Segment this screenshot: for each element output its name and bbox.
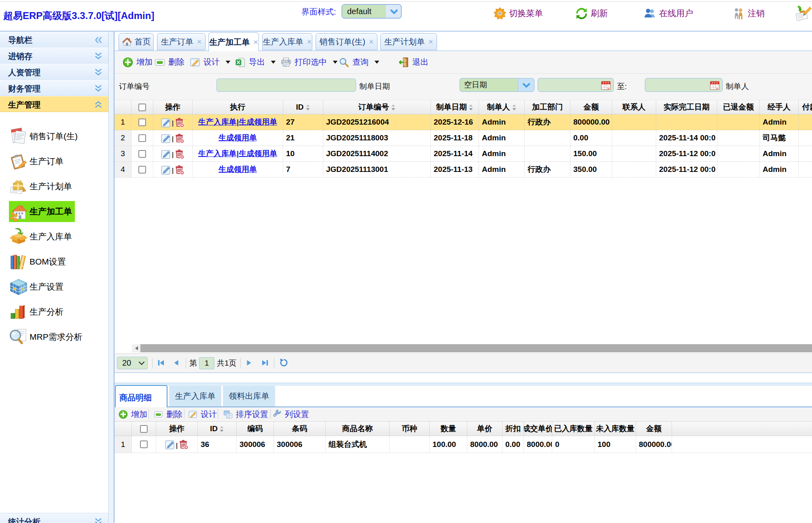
column-header-数量[interactable]: 数量 [430,422,467,436]
column-header-执行[interactable]: 执行 [193,100,283,114]
删除-button[interactable]: 删除 [155,51,184,73]
table-row[interactable]: 3|生产入库单|生成领用单10JGD202511140022025-11-14A… [114,146,812,162]
sidebar-item-生产加工单[interactable]: 生产加工单 [0,199,108,224]
layout-splitter[interactable] [109,32,114,523]
sidebar-title-bar[interactable]: 导航栏 [0,32,108,48]
column-header-条码[interactable]: 条码 [274,422,326,436]
last-page-button[interactable] [261,358,269,367]
column-header-操作[interactable]: 操作 [153,100,193,114]
tab-close-icon[interactable]: × [307,37,312,47]
scrollbar-thumb[interactable] [140,344,812,352]
prev-page-button[interactable] [172,358,180,367]
column-header-金额[interactable]: 金额 [636,422,672,436]
dropdown-caret-icon[interactable] [225,60,231,64]
sidebar-item-生产订单[interactable]: 生产订单 [0,149,108,174]
增加-button[interactable]: 增加 [119,407,147,421]
tab-close-icon[interactable]: × [428,37,433,47]
sidebar-item-生产入库单[interactable]: 生产入库单 [0,224,108,249]
link-生产入库单[interactable]: 生产入库单 [198,117,237,127]
chev-double-down[interactable] [94,84,103,93]
column-header-已入库数量[interactable]: 已入库数量 [552,422,595,436]
date-to-input[interactable] [645,78,723,92]
tab-生产加工单[interactable]: 生产加工单× [208,32,259,51]
tab-首页[interactable]: 首页 [119,33,154,50]
设计-button[interactable]: 设计 [190,51,231,73]
header-menu-刷新[interactable]: 刷新 [575,6,608,21]
calendar-icon[interactable] [709,80,720,91]
trash-cell-icon[interactable] [174,133,185,144]
select-all-checkbox[interactable] [138,104,146,111]
排序设置-button[interactable]: 排序设置 [223,407,268,421]
sidebar-section-人资管理[interactable]: 人资管理 [0,64,108,80]
edit-cell-icon[interactable] [165,439,176,450]
edit-cell-icon[interactable] [161,133,172,144]
sort-icon[interactable] [305,104,310,111]
column-header-联系人[interactable]: 联系人 [612,100,656,114]
page-size-select[interactable]: 20 [117,357,148,369]
sidebar-section-进销存[interactable]: 进销存 [0,48,108,64]
退出-button[interactable]: 退出 [399,51,428,73]
select-all-checkbox[interactable] [140,425,148,433]
column-header-操作[interactable]: 操作 [156,422,198,436]
column-header-成交单价[interactable]: 成交单价 [524,422,552,436]
sidebar-section-统计分析[interactable]: 统计分析 [0,513,108,523]
row-checkbox[interactable] [138,119,146,126]
chev-double-down[interactable] [94,52,103,61]
horizontal-scrollbar[interactable] [114,344,812,353]
row-checkbox[interactable] [138,166,146,174]
column-header-商品名称[interactable]: 商品名称 [326,422,390,436]
column-header-ID[interactable]: ID [198,422,237,436]
sort-icon[interactable] [219,426,224,432]
header-menu-在线用户[interactable]: 在线用户 [644,6,693,21]
link-生产入库单[interactable]: 生产入库单 [198,148,237,159]
column-header-折扣[interactable]: 折扣 [502,422,524,436]
link-生成领用单[interactable]: 生成领用单 [239,117,277,127]
header-menu-注销[interactable]: 注销 [732,6,765,21]
trash-cell-icon[interactable] [174,164,185,175]
first-page-button[interactable] [157,358,165,367]
scroll-left-button[interactable] [132,344,140,352]
tab-close-icon[interactable]: × [369,37,374,47]
select-all-header[interactable] [131,100,153,114]
column-header-制单人[interactable]: 制单人 [479,100,525,114]
edit-cell-icon[interactable] [161,117,172,128]
column-header-ID[interactable]: ID [283,100,323,114]
tab-close-icon[interactable]: × [253,38,258,47]
row-checkbox[interactable] [138,134,146,142]
tab-生产订单[interactable]: 生产订单× [157,33,206,50]
column-header-制单日期[interactable]: 制单日期 [431,100,479,114]
chev-double-down[interactable] [94,517,103,523]
sidebar-item-MRP需求分析[interactable]: MRP需求分析 [0,324,108,349]
dropdown-caret-icon[interactable] [333,60,338,64]
tab-close-icon[interactable]: × [197,37,202,47]
chev-double-down[interactable] [94,68,103,77]
tab-生产计划单[interactable]: 生产计划单× [380,33,437,50]
column-header-未入库数量[interactable]: 未入库数量 [595,422,636,436]
column-header-币种[interactable]: 币种 [390,422,430,436]
sidebar-item-销售订单(生)[interactable]: 销售订单(生) [0,124,108,149]
select-all-header[interactable] [132,422,156,436]
column-header-已退金额[interactable]: 已退金额 [717,100,760,114]
next-page-button[interactable] [245,358,253,367]
tab-生产入库单[interactable]: 生产入库单× [262,33,312,50]
sidebar-item-生产设置[interactable]: 生产设置 [0,274,108,299]
row-checkbox[interactable] [138,150,146,158]
列设置-button[interactable]: 列设置 [272,407,309,421]
column-header-加工部门[interactable]: 加工部门 [525,100,570,114]
打印选中-button[interactable]: 打印选中 [281,51,338,73]
trash-cell-icon[interactable] [178,439,189,450]
column-header-订单编号[interactable]: 订单编号 [323,100,431,114]
sort-icon[interactable] [391,104,396,111]
column-header-金额[interactable]: 金额 [570,100,612,114]
设计-button[interactable]: 设计 [188,407,217,421]
sidebar-item-生产计划单[interactable]: 生产计划单 [0,174,108,199]
dropdown-caret-icon[interactable] [271,60,276,64]
detail-tab-生产入库单[interactable]: 生产入库单 [169,386,221,407]
增加-button[interactable]: 增加 [123,51,153,73]
sidebar-section-生产管理[interactable]: 生产管理 [0,96,108,112]
删除-button[interactable]: 删除 [154,407,182,421]
table-row[interactable]: 4|生成领用单7JGD202511130012025-11-13Admin行政办… [114,162,812,178]
table-row[interactable]: 1|36300006300006组装台式机100.008000.000.0080… [114,436,812,453]
edit-cell-icon[interactable] [161,148,172,159]
导出-button[interactable]: 导出 [235,51,276,73]
